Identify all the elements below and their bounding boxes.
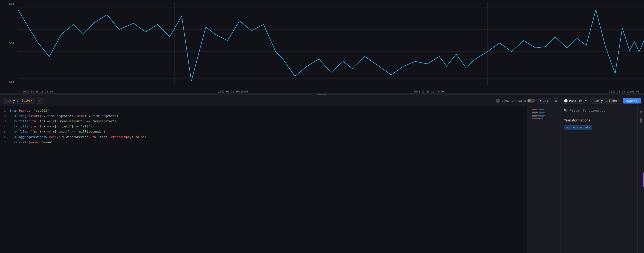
view-raw-label: View Raw Data: [501, 99, 526, 103]
svg-rect-13: [532, 116, 537, 117]
code-line-1: 1from(bucket: "cse603"): [0, 109, 527, 114]
function-chip: aggregate.rate: [564, 125, 592, 130]
line-number: 3: [0, 119, 10, 123]
bottom-panel: Query 1 (0.10s) + ? View Raw Data ⬇ CSV …: [0, 95, 644, 253]
editor-area: 1from(bucket: "cse603")2 |> range(start:…: [0, 106, 644, 253]
x-label-1015: 2022-03-28 10:15:00: [23, 90, 53, 93]
clock-icon: 🕐: [564, 99, 568, 103]
search-icon: 🔍: [564, 109, 568, 112]
line-content: |> filter(fn: (r) => r["unit"] == "milli…: [10, 130, 527, 133]
functions-content: Transformations aggregate.rate: [561, 115, 637, 253]
line-number: 1: [0, 109, 10, 112]
query-tab-time: (0.10s): [20, 99, 32, 102]
svg-rect-21: [539, 118, 543, 119]
line-content: |> range(start: v.timeRangeStart, stop: …: [10, 114, 527, 118]
svg-rect-19: [539, 115, 545, 116]
svg-rect-11: [532, 114, 536, 114]
csv-button[interactable]: ⬇ CSV: [537, 98, 551, 104]
code-line-2: 2 |> range(start: v.timeRangeStart, stop…: [0, 114, 527, 119]
query-tab[interactable]: Query 1 (0.10s): [3, 98, 35, 104]
x-axis-labels: 2022-03-28 10:15:00 2022-03-28 10:30:00 …: [18, 90, 644, 93]
time-range-dropdown[interactable]: ▾: [584, 97, 588, 104]
x-label-1045: 2022-03-28 10:45:00: [414, 90, 444, 93]
code-line-3: 3 |> filter(fn: (r) => r["_measurement"]…: [0, 119, 527, 124]
code-line-7: 7 |> yield(name: "mean": [0, 140, 527, 145]
svg-rect-14: [532, 118, 540, 119]
svg-rect-17: [539, 112, 544, 113]
line-number: 4: [0, 125, 10, 128]
svg-rect-18: [539, 114, 544, 114]
y-label-55m: 55m: [0, 41, 17, 45]
view-raw-data-group: ? View Raw Data: [496, 98, 535, 103]
x-label-1100: 2022-03-28 11:00:00: [609, 90, 639, 93]
divider-handle: [317, 94, 327, 95]
refresh-icon: ↻: [555, 99, 557, 103]
functions-search-bar: 🔍: [561, 106, 637, 115]
help-icon[interactable]: ?: [496, 98, 500, 103]
csv-label: CSV: [542, 99, 548, 103]
y-axis-labels: 60m 55m 50m: [0, 0, 17, 86]
function-item-aggregate-rate[interactable]: aggregate.rate: [561, 124, 637, 131]
panel-divider[interactable]: [0, 93, 644, 95]
svg-rect-8: [532, 109, 537, 110]
svg-rect-16: [539, 111, 543, 111]
line-content: |> filter(fn: (r) => r["_field"] == "rtt…: [10, 125, 527, 128]
chart-container: 60m 55m 50m 2022-03-28 10:15:00 2022-03-…: [0, 0, 644, 93]
functions-section-title: Transformations: [561, 117, 637, 124]
functions-tab[interactable]: Functions: [637, 106, 644, 253]
download-icon: ⬇: [540, 99, 542, 103]
data-preview-chart: [531, 108, 557, 122]
code-editor[interactable]: 1from(bucket: "cse603")2 |> range(start:…: [0, 106, 527, 253]
line-number: 7: [0, 140, 10, 144]
line-content: |> yield(name: "mean": [10, 140, 527, 144]
submit-button[interactable]: Submit: [623, 98, 641, 103]
code-line-5: 5 |> filter(fn: (r) => r["unit"] == "mil…: [0, 130, 527, 135]
x-label-1030: 2022-03-28 10:30:00: [218, 90, 248, 93]
svg-rect-12: [532, 115, 539, 116]
y-label-50m: 50m: [0, 80, 17, 84]
refresh-button[interactable]: ↻: [553, 97, 559, 104]
functions-tab-label: Functions: [639, 111, 642, 126]
line-content: from(bucket: "cse603"): [10, 109, 527, 112]
line-number: 2: [0, 114, 10, 118]
y-label-60m: 60m: [0, 2, 17, 6]
functions-search-input[interactable]: [570, 109, 634, 112]
line-number: 6: [0, 135, 10, 139]
code-line-4: 4 |> filter(fn: (r) => r["_field"] == "r…: [0, 124, 527, 130]
data-preview-panel: [527, 106, 560, 253]
query-tab-name: Query 1: [6, 99, 19, 103]
functions-panel: 🔍 Transformations aggregate.rate: [560, 106, 637, 253]
chart-svg: [18, 2, 644, 86]
query-builder-button[interactable]: Query Builder: [590, 98, 621, 104]
line-content: |> aggregateWindow(every: v.windowPeriod…: [10, 135, 527, 139]
toggle-knob: [528, 99, 530, 102]
raw-data-toggle[interactable]: [527, 99, 535, 103]
svg-rect-10: [532, 112, 538, 113]
time-range-button[interactable]: 🕐 Past 1h: [561, 98, 585, 104]
code-line-6: 6 |> aggregateWindow(every: v.windowPeri…: [0, 135, 527, 140]
line-number: 5: [0, 130, 10, 133]
line-content: |> filter(fn: (r) => r["_measurement"] =…: [10, 119, 527, 123]
add-query-button[interactable]: +: [37, 97, 43, 104]
svg-rect-15: [539, 109, 544, 110]
chart-inner: [18, 2, 644, 86]
time-range-label: Past 1h: [569, 99, 582, 103]
toolbar: Query 1 (0.10s) + ? View Raw Data ⬇ CSV …: [0, 95, 644, 106]
svg-rect-20: [539, 116, 544, 117]
svg-rect-9: [532, 111, 539, 111]
